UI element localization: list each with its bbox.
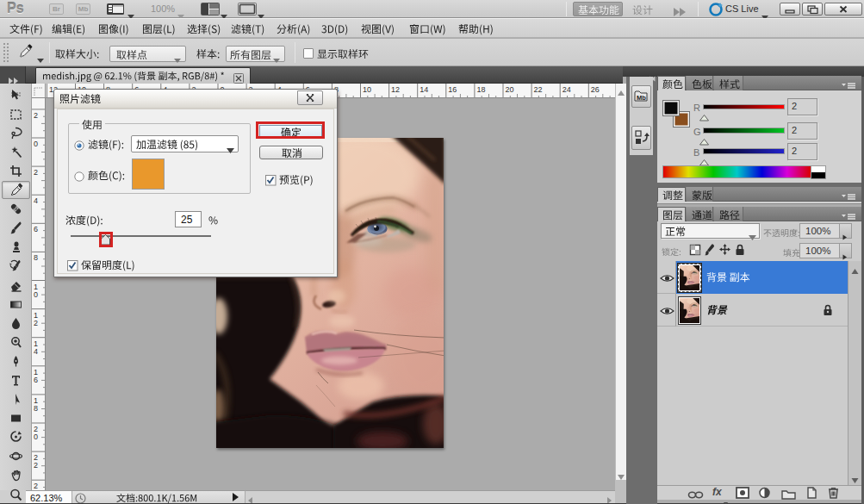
svg-text:20: 20 xyxy=(506,85,514,94)
svg-text:12: 12 xyxy=(391,85,400,94)
svg-text:2: 2 xyxy=(34,168,38,177)
svg-text:22: 22 xyxy=(534,85,543,94)
svg-text:6: 6 xyxy=(34,376,38,384)
svg-text:4: 4 xyxy=(34,196,38,205)
svg-text:4: 4 xyxy=(34,347,38,356)
svg-text:Mb: Mb xyxy=(637,94,646,102)
svg-text:8: 8 xyxy=(34,253,38,262)
svg-text:16: 16 xyxy=(448,85,457,94)
svg-text:2: 2 xyxy=(34,461,38,470)
svg-text:6: 6 xyxy=(34,225,38,233)
svg-text:10: 10 xyxy=(363,85,371,94)
svg-text:26: 26 xyxy=(591,85,600,94)
svg-text:0: 0 xyxy=(34,432,38,441)
svg-text:14: 14 xyxy=(420,85,428,94)
svg-text:2: 2 xyxy=(34,111,38,120)
svg-text:8: 8 xyxy=(34,404,38,413)
svg-text:2: 2 xyxy=(34,319,38,327)
svg-text:0: 0 xyxy=(34,140,38,148)
svg-text:0: 0 xyxy=(34,290,38,299)
svg-text:18: 18 xyxy=(476,85,485,94)
svg-text:24: 24 xyxy=(563,85,571,94)
